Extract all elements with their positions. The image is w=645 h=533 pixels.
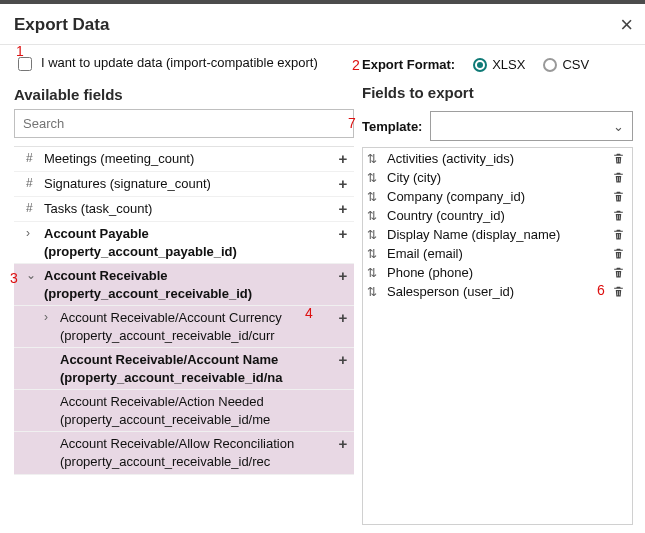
chevron-down-icon: ⌄ (613, 119, 624, 134)
add-field-icon[interactable]: + (334, 225, 352, 243)
add-field-icon[interactable]: + (334, 267, 352, 285)
add-field-icon[interactable]: + (334, 200, 352, 218)
fields-to-export-title: Fields to export (362, 84, 633, 101)
export-format-label: Export Format: (362, 57, 455, 72)
trash-icon[interactable] (612, 152, 628, 165)
drag-handle-icon[interactable]: ⇅ (367, 153, 381, 165)
tree-item-label: Meetings (meeting_count) (44, 150, 330, 168)
update-data-checkbox-row[interactable]: 1 I want to update data (import-compatib… (14, 55, 354, 74)
tree-item-label: Account Receivable (property_account_rec… (44, 267, 330, 302)
update-data-checkbox[interactable] (18, 57, 32, 71)
radio-icon (473, 58, 487, 72)
export-row[interactable]: ⇅Company (company_id) (365, 187, 630, 206)
expand-icon[interactable]: › (26, 225, 40, 241)
trash-icon[interactable] (612, 247, 628, 260)
type-icon: # (26, 175, 40, 191)
drag-handle-icon[interactable]: ⇅ (367, 286, 381, 298)
trash-icon[interactable] (612, 171, 628, 184)
export-row[interactable]: ⇅City (city) (365, 168, 630, 187)
update-data-label: I want to update data (import-compatible… (41, 55, 318, 70)
fields-to-export-list: 5 6 ⇅Activities (activity_ids)⇅City (cit… (362, 147, 633, 525)
tree-item[interactable]: #Signatures (signature_count)+ (14, 172, 354, 197)
trash-icon[interactable] (612, 190, 628, 203)
tree-item-label: Account Receivable/Account Name (propert… (60, 351, 330, 386)
tree-item-label: Account Receivable/Account Currency (pro… (60, 309, 330, 344)
close-icon[interactable]: × (620, 14, 633, 36)
add-field-icon[interactable]: + (334, 309, 352, 327)
tree-item-label: Account Receivable/Allow Reconciliation … (60, 435, 330, 470)
expand-icon[interactable]: ⌄ (26, 267, 40, 283)
export-dialog: Export Data × 1 I want to update data (i… (0, 4, 645, 525)
tree-item[interactable]: #Meetings (meeting_count)+ (14, 147, 354, 172)
tree-item[interactable]: ·Account Receivable/Account Name (proper… (14, 348, 354, 390)
tree-item[interactable]: ·Account Receivable/Allow Reconciliation… (14, 432, 354, 474)
tree-item-label: Tasks (task_count) (44, 200, 330, 218)
tree-item[interactable]: ·Account Receivable/Action Needed (prope… (14, 390, 354, 432)
tree-item[interactable]: ›Account Receivable/Account Currency (pr… (14, 306, 354, 348)
export-row[interactable]: ⇅Salesperson (user_id) (365, 282, 630, 301)
format-csv[interactable]: CSV (543, 57, 589, 72)
drag-handle-icon[interactable]: ⇅ (367, 172, 381, 184)
export-row-label: City (city) (387, 170, 606, 185)
add-field-icon[interactable]: + (334, 351, 352, 369)
export-row-label: Display Name (display_name) (387, 227, 606, 242)
available-fields-tree[interactable]: #Meetings (meeting_count)+#Signatures (s… (14, 146, 354, 525)
tree-item[interactable]: ›Account Payable (property_account_payab… (14, 222, 354, 264)
trash-icon[interactable] (612, 285, 628, 298)
type-icon: # (26, 200, 40, 216)
export-row-label: Activities (activity_ids) (387, 151, 606, 166)
add-field-icon[interactable]: + (334, 175, 352, 193)
export-row[interactable]: ⇅Activities (activity_ids) (365, 149, 630, 168)
export-row[interactable]: ⇅Phone (phone) (365, 263, 630, 282)
export-row-label: Phone (phone) (387, 265, 606, 280)
add-field-icon[interactable]: + (334, 435, 352, 453)
export-row-label: Salesperson (user_id) (387, 284, 606, 299)
tree-item[interactable]: ⌄Account Receivable (property_account_re… (14, 264, 354, 306)
export-row-label: Country (country_id) (387, 208, 606, 223)
drag-handle-icon[interactable]: ⇅ (367, 248, 381, 260)
trash-icon[interactable] (612, 209, 628, 222)
export-row-label: Company (company_id) (387, 189, 606, 204)
template-label: Template: (362, 119, 422, 134)
radio-icon (543, 58, 557, 72)
tree-item-label: Account Payable (property_account_payabl… (44, 225, 330, 260)
search-input[interactable] (14, 109, 354, 138)
drag-handle-icon[interactable]: ⇅ (367, 210, 381, 222)
format-xlsx[interactable]: XLSX (473, 57, 525, 72)
template-select[interactable]: ⌄ (430, 111, 633, 141)
type-icon: # (26, 150, 40, 166)
drag-handle-icon[interactable]: ⇅ (367, 229, 381, 241)
dialog-title: Export Data (14, 15, 109, 35)
drag-handle-icon[interactable]: ⇅ (367, 191, 381, 203)
available-fields-title: Available fields (14, 86, 354, 103)
export-row[interactable]: ⇅Display Name (display_name) (365, 225, 630, 244)
tree-item-label: Account Receivable/Action Needed (proper… (60, 393, 330, 428)
export-row[interactable]: ⇅Email (email) (365, 244, 630, 263)
tree-item[interactable]: #Tasks (task_count)+ (14, 197, 354, 222)
trash-icon[interactable] (612, 228, 628, 241)
export-row-label: Email (email) (387, 246, 606, 261)
trash-icon[interactable] (612, 266, 628, 279)
expand-icon[interactable]: › (44, 309, 56, 325)
drag-handle-icon[interactable]: ⇅ (367, 267, 381, 279)
export-row[interactable]: ⇅Country (country_id) (365, 206, 630, 225)
tree-item-label: Signatures (signature_count) (44, 175, 330, 193)
add-field-icon[interactable]: + (334, 150, 352, 168)
